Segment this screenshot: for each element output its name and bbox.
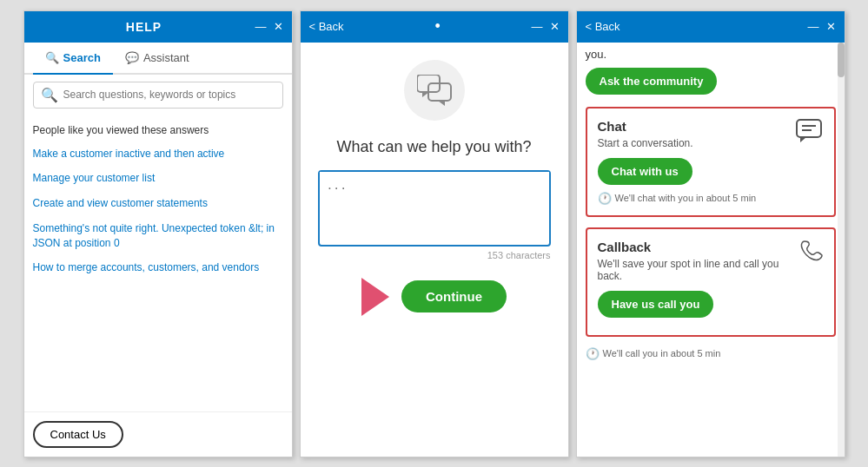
char-count: 153 characters xyxy=(318,250,551,260)
callback-section-header: Callback We'll save your spot in line an… xyxy=(598,240,824,291)
panel2-content: What can we help you with? 153 character… xyxy=(301,43,568,457)
top-text: you. xyxy=(586,48,836,61)
panel3-minimize-button[interactable]: — xyxy=(808,21,819,32)
contact-us-area: Contact Us xyxy=(24,411,292,457)
panel2-minimize-button[interactable]: — xyxy=(532,21,543,32)
link-item[interactable]: Something's not quite right. Unexpected … xyxy=(33,221,283,251)
panel3-window-controls: — ✕ xyxy=(808,21,836,32)
text-area-container xyxy=(318,170,551,247)
search-box: 🔍 xyxy=(33,82,283,109)
phone-svg-icon xyxy=(799,240,824,264)
assistant-tab-icon: 💬 xyxy=(125,51,139,64)
clock-icon-callback: 🕐 xyxy=(586,347,600,360)
svg-marker-3 xyxy=(438,101,445,106)
chat-section-icon xyxy=(796,119,824,148)
chat-icon-circle xyxy=(404,60,465,121)
arrow-icon xyxy=(361,278,389,316)
back-link[interactable]: < Back xyxy=(309,20,344,33)
chat-section: Chat Start a conversation. Chat with us xyxy=(586,107,836,217)
phone-icon xyxy=(799,240,824,269)
help-panel: HELP — ✕ 🔍 Search 💬 Assistant 🔍 People l… xyxy=(23,10,293,457)
help-question-panel: < Back • — ✕ What can we help you with? … xyxy=(300,10,569,457)
ask-community-button[interactable]: Ask the community xyxy=(586,68,718,95)
continue-row: Continue xyxy=(318,278,551,316)
search-icon: 🔍 xyxy=(41,87,58,103)
search-input[interactable] xyxy=(63,89,275,101)
scrollbar-track[interactable] xyxy=(838,43,845,457)
chat-wait-time: 🕐 We'll chat with you in about 5 min xyxy=(598,192,824,205)
help-minimize-button[interactable]: — xyxy=(255,21,267,32)
scrollbar-thumb[interactable] xyxy=(838,43,845,77)
search-tab-label: Search xyxy=(63,51,101,64)
contact-back-link[interactable]: < Back xyxy=(586,20,620,33)
panel2-close-button[interactable]: ✕ xyxy=(550,21,560,32)
tab-assistant[interactable]: 💬 Assistant xyxy=(113,43,202,73)
callback-section: Callback We'll save your spot in line an… xyxy=(586,227,836,337)
help-question-title-bar: < Back • — ✕ xyxy=(301,11,568,43)
help-close-button[interactable]: ✕ xyxy=(274,21,283,32)
link-item[interactable]: Create and view customer statements xyxy=(33,196,283,211)
link-item[interactable]: Make a customer inactive and then active xyxy=(33,147,283,161)
callback-description: We'll save your spot in line and call yo… xyxy=(598,258,799,282)
callback-title: Callback xyxy=(598,240,799,254)
callback-wait-time: 🕐 We'll call you in about 5 min xyxy=(586,347,836,360)
chat-description: Start a conversation. xyxy=(598,137,693,149)
chat-bubbles-icon xyxy=(417,75,452,106)
help-tabs: 🔍 Search 💬 Assistant xyxy=(24,43,292,75)
panel2-window-controls: — ✕ xyxy=(532,21,560,32)
assistant-tab-label: Assistant xyxy=(143,51,189,64)
panels-container: HELP — ✕ 🔍 Search 💬 Assistant 🔍 People l… xyxy=(15,2,854,466)
continue-button[interactable]: Continue xyxy=(401,280,507,312)
chat-with-us-button[interactable]: Chat with us xyxy=(598,158,692,185)
link-item[interactable]: How to merge accounts, customers, and ve… xyxy=(33,260,283,275)
contact-options-panel: < Back — ✕ you. Ask the community Chat S… xyxy=(576,10,845,457)
help-textarea[interactable] xyxy=(320,172,549,241)
help-title: HELP xyxy=(33,20,255,34)
chat-icon xyxy=(796,119,824,143)
help-window-controls: — ✕ xyxy=(255,21,283,32)
chat-title: Chat xyxy=(598,119,693,134)
tab-search[interactable]: 🔍 Search xyxy=(33,43,113,75)
chat-section-header: Chat Start a conversation. xyxy=(598,119,824,158)
clock-icon: 🕐 xyxy=(598,192,612,205)
panel3-close-button[interactable]: ✕ xyxy=(826,21,836,32)
link-item[interactable]: Manage your customer list xyxy=(33,171,283,186)
contact-us-button[interactable]: Contact Us xyxy=(33,421,123,448)
contact-options-title-bar: < Back — ✕ xyxy=(577,11,845,43)
svg-rect-4 xyxy=(797,120,821,137)
viewed-heading: People like you viewed these answers xyxy=(33,124,283,136)
panel3-content: you. Ask the community Chat Start a conv… xyxy=(577,43,845,457)
help-question-text: What can we help you with? xyxy=(336,138,531,156)
search-tab-icon: 🔍 xyxy=(45,51,59,64)
help-title-bar: HELP — ✕ xyxy=(24,11,292,43)
panel1-content: People like you viewed these answers Mak… xyxy=(24,115,292,411)
have-us-call-button[interactable]: Have us call you xyxy=(598,291,714,318)
